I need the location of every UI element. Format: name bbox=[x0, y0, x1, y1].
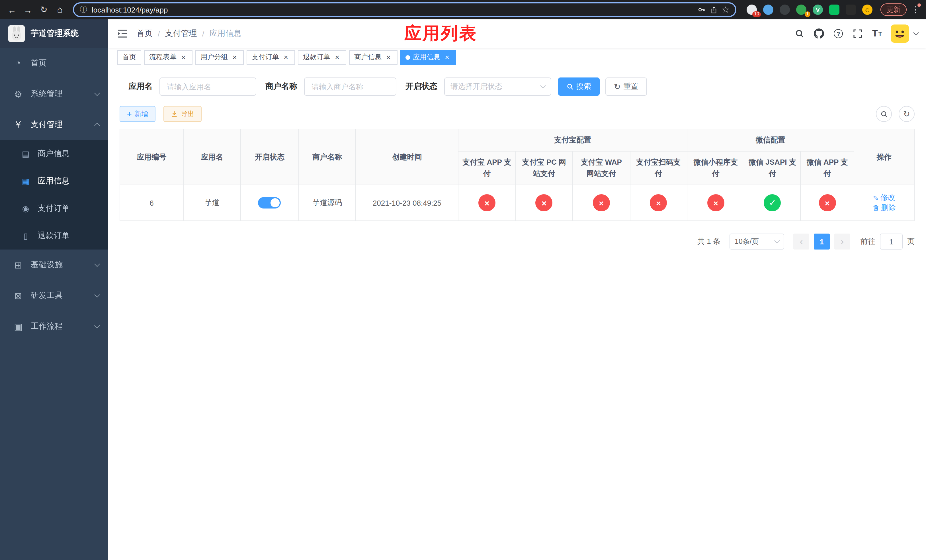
avatar-dropdown-icon[interactable] bbox=[913, 30, 919, 36]
site-info-icon[interactable] bbox=[80, 5, 87, 15]
tab-退款订单[interactable]: 退款订单 bbox=[298, 50, 346, 65]
browser-back-button[interactable] bbox=[5, 2, 20, 17]
delete-button-label: 删除 bbox=[881, 203, 896, 213]
column-header: 支付宝扫码支付 bbox=[630, 151, 687, 185]
pagination: 共 1 条 10条/页 1 前往 页 bbox=[120, 234, 915, 250]
close-icon[interactable] bbox=[231, 53, 239, 61]
tab-支付订单[interactable]: 支付订单 bbox=[247, 50, 295, 65]
browser-forward-button[interactable] bbox=[21, 2, 35, 17]
extension-icon[interactable] bbox=[829, 5, 840, 15]
chevron-down-icon bbox=[94, 292, 100, 298]
tab-用户分组[interactable]: 用户分组 bbox=[195, 50, 244, 65]
app-name-input[interactable] bbox=[159, 77, 256, 96]
sidebar-item-商户信息[interactable]: ▤商户信息 bbox=[0, 140, 108, 168]
close-icon[interactable] bbox=[333, 53, 341, 61]
sidebar-item-label: 支付订单 bbox=[38, 203, 70, 213]
sidebar-item-支付管理[interactable]: ¥支付管理 bbox=[0, 109, 108, 140]
close-icon[interactable] bbox=[384, 53, 392, 61]
breadcrumb-item[interactable]: 支付管理 bbox=[165, 29, 197, 39]
sidebar-item-研发工具[interactable]: ⊠研发工具 bbox=[0, 280, 108, 311]
delete-button[interactable]: 删除 bbox=[873, 203, 896, 213]
extension-icon[interactable] bbox=[846, 5, 856, 15]
user-avatar[interactable] bbox=[891, 24, 909, 43]
browser-toolbar: localhost:1024/pay/app 101V☺ 更新 bbox=[0, 0, 926, 20]
tab-应用信息[interactable]: 应用信息 bbox=[400, 50, 456, 65]
next-page-button[interactable] bbox=[834, 234, 850, 250]
sidebar-item-首页[interactable]: ◔首页 bbox=[0, 48, 108, 79]
config-status-cell bbox=[630, 185, 687, 221]
browser-reload-button[interactable] bbox=[36, 2, 51, 17]
column-header: 操作 bbox=[854, 129, 914, 185]
prev-page-button[interactable] bbox=[793, 234, 809, 250]
browser-window: localhost:1024/pay/app 101V☺ 更新 芋道管理系统 ◔… bbox=[0, 0, 926, 560]
status-select[interactable]: 请选择开启状态 bbox=[444, 77, 551, 96]
search-button-label: 搜索 bbox=[576, 82, 591, 92]
trash-icon bbox=[873, 205, 879, 212]
chevron-down-icon bbox=[94, 90, 100, 96]
font-size-icon[interactable] bbox=[868, 24, 886, 43]
sidebar-item-系统管理[interactable]: ⚙系统管理 bbox=[0, 79, 108, 109]
enable-toggle[interactable] bbox=[258, 197, 281, 209]
close-icon[interactable] bbox=[282, 53, 290, 61]
active-tab-dot bbox=[406, 55, 410, 59]
merchant-name-label: 商户名称 bbox=[265, 82, 297, 92]
search-button[interactable]: 搜索 bbox=[558, 77, 600, 96]
toggle-search-button[interactable] bbox=[876, 106, 892, 122]
goto-page-input[interactable] bbox=[880, 234, 903, 250]
breadcrumb-item[interactable]: 首页 bbox=[137, 29, 153, 39]
close-icon[interactable] bbox=[443, 53, 451, 61]
browser-menu-icon[interactable] bbox=[910, 5, 921, 15]
sidebar-toggle-button[interactable] bbox=[108, 20, 137, 48]
page-1-button[interactable]: 1 bbox=[814, 234, 830, 250]
tab-流程表单[interactable]: 流程表单 bbox=[144, 50, 192, 65]
extension-badge: 1 bbox=[804, 11, 810, 17]
github-icon[interactable] bbox=[810, 24, 828, 43]
breadcrumb: 首页/支付管理/应用信息 bbox=[137, 29, 242, 39]
extension-icon[interactable]: ☺ bbox=[862, 5, 873, 15]
page-size-select[interactable]: 10条/页 bbox=[729, 234, 784, 250]
export-button[interactable]: 导出 bbox=[163, 106, 201, 122]
password-key-icon[interactable] bbox=[698, 6, 705, 14]
close-icon[interactable] bbox=[179, 53, 188, 61]
header-search-icon[interactable] bbox=[790, 24, 809, 43]
sidebar-item-工作流程[interactable]: ▣工作流程 bbox=[0, 311, 108, 342]
sidebar-item-label: 基础设施 bbox=[31, 260, 63, 270]
fullscreen-icon[interactable] bbox=[849, 24, 867, 43]
share-icon[interactable] bbox=[710, 6, 717, 14]
add-button[interactable]: 新增 bbox=[120, 106, 156, 122]
help-icon[interactable] bbox=[829, 24, 847, 43]
filter-form: 应用名 商户名称 开启状态 请选择开启状态 搜索 重置 bbox=[120, 77, 915, 96]
reset-button[interactable]: 重置 bbox=[605, 77, 647, 96]
column-header: 创建时间 bbox=[356, 129, 458, 185]
bookmark-star-icon[interactable] bbox=[722, 5, 729, 15]
sidebar-item-label: 首页 bbox=[31, 58, 47, 68]
extension-icon[interactable]: V bbox=[813, 5, 823, 15]
config-status-cell bbox=[744, 185, 801, 221]
extension-icon[interactable] bbox=[763, 5, 773, 15]
navbar: 首页/支付管理/应用信息 应用列表 bbox=[108, 20, 926, 48]
url-text[interactable]: localhost:1024/pay/app bbox=[92, 5, 693, 14]
extension-icon[interactable] bbox=[780, 5, 790, 15]
table-row: 6芋道芋道源码2021-10-23 08:49:25修改删除 bbox=[120, 185, 914, 221]
group-header: 微信配置 bbox=[687, 129, 854, 151]
column-header: 商户名称 bbox=[299, 129, 356, 185]
sidebar-item-支付订单[interactable]: ◉支付订单 bbox=[0, 195, 108, 222]
submenu: ▤商户信息▦应用信息◉支付订单▯退款订单 bbox=[0, 140, 108, 250]
app-logo[interactable]: 芋道管理系统 bbox=[0, 20, 108, 48]
edit-button[interactable]: 修改 bbox=[873, 193, 895, 203]
refresh-table-button[interactable] bbox=[899, 106, 915, 122]
gear-icon: ⚙ bbox=[11, 89, 25, 100]
browser-update-button[interactable]: 更新 bbox=[881, 3, 906, 16]
browser-home-button[interactable] bbox=[52, 2, 67, 17]
sidebar-item-退款订单[interactable]: ▯退款订单 bbox=[0, 222, 108, 250]
tab-首页[interactable]: 首页 bbox=[117, 50, 141, 65]
sidebar-item-应用信息[interactable]: ▦应用信息 bbox=[0, 168, 108, 195]
tab-商户信息[interactable]: 商户信息 bbox=[349, 50, 398, 65]
extension-icon[interactable]: 1 bbox=[796, 5, 806, 15]
address-bar[interactable]: localhost:1024/pay/app bbox=[73, 2, 736, 17]
merchant-name-input[interactable] bbox=[304, 77, 396, 96]
extension-icon[interactable]: 10 bbox=[747, 5, 757, 15]
pay-order-icon: ◉ bbox=[20, 204, 32, 213]
hamburger-icon bbox=[117, 29, 127, 38]
sidebar-item-基础设施[interactable]: ⊞基础设施 bbox=[0, 250, 108, 280]
